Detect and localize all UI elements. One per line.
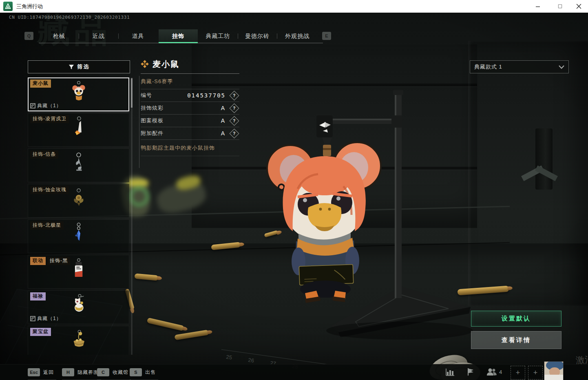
list-item-xintiao[interactable]: 挂饰-信条	[28, 148, 129, 182]
tab-charms[interactable]: 挂饰	[159, 29, 198, 43]
sidebar-scrollbar[interactable]	[131, 77, 133, 355]
item-title-row: 麦小鼠	[141, 57, 239, 71]
list-item-lingxiao-shuwei[interactable]: 挂饰-凌霄戍卫	[28, 113, 129, 147]
h-key-badge: H	[62, 368, 74, 376]
shortcut-hide-ui[interactable]: H 隐藏界面	[62, 367, 99, 377]
crate-chevron-mark	[521, 163, 558, 181]
rarity-ornament-icon	[141, 60, 149, 68]
item-name-label: 挂饰-凌霄戍卫	[30, 115, 69, 123]
help-icon[interactable]: ?	[229, 91, 239, 100]
minimize-button[interactable]	[528, 0, 547, 13]
help-icon[interactable]: ?	[229, 128, 239, 138]
report-button[interactable]	[466, 367, 475, 377]
shortcut-sell[interactable]: S 出售	[130, 367, 156, 377]
filter-icon	[69, 64, 74, 70]
tab-mandel-brick[interactable]: 曼德尔砖	[238, 29, 276, 43]
shortcut-back[interactable]: Esc 返回	[28, 367, 54, 377]
season-label: 典藏-S6赛季	[141, 74, 239, 89]
next-tab-keyhint[interactable]: E	[322, 32, 331, 40]
s-key-badge: S	[130, 368, 142, 376]
charm-thumbnail-black-card	[67, 257, 91, 281]
view-details-button[interactable]: 查看详情	[471, 331, 561, 349]
close-button[interactable]	[569, 0, 588, 13]
collection-icon	[30, 316, 35, 321]
linkage-badge: 联动	[30, 257, 46, 265]
set-default-button[interactable]: 设置默认	[471, 311, 561, 327]
help-icon[interactable]: ?	[229, 116, 239, 126]
tab-appearance-challenge[interactable]: 外观挑战	[277, 29, 317, 43]
bar-chart-icon	[445, 367, 455, 377]
collection-icon	[30, 103, 35, 108]
list-item-hei[interactable]: 联动 挂饰-黑	[28, 255, 129, 289]
detail-row-pattern-template: 图案模板 A ?	[141, 115, 239, 127]
charm-thumbnail-creed	[67, 151, 91, 175]
item-name-label: 聚宝盆	[30, 328, 51, 336]
detail-row-serial: 编号 014537705 ?	[141, 89, 239, 102]
item-name-label: 挂饰-信条	[30, 150, 58, 159]
team-count: 4	[499, 369, 502, 375]
scrollbar-thumb[interactable]	[131, 78, 133, 108]
item-title: 麦小鼠	[153, 59, 179, 70]
item-description: 鸭影鹅踪主题中的麦小鼠挂饰	[141, 140, 239, 156]
tab-collection-workshop[interactable]: 典藏工坊	[199, 29, 237, 43]
list-item-maixiaoshu[interactable]: 麦小鼠 典藏（1）	[28, 77, 129, 111]
serial-number: 014537705	[187, 92, 225, 99]
stats-button[interactable]	[445, 367, 455, 377]
charm-thumbnail-polar-star	[67, 222, 91, 245]
chevron-down-icon	[559, 65, 564, 69]
add-slot-button[interactable]: +	[528, 366, 543, 380]
category-tabbar: Q 枪械 近战 道具 挂饰 典藏工坊 曼德尔砖 外观挑战 E	[0, 29, 367, 43]
charm-thumbnail-treasure-basin	[67, 328, 91, 352]
player-avatar[interactable]	[544, 361, 564, 380]
list-item-shijin-meigui[interactable]: 挂饰-蚀金玫瑰	[28, 184, 129, 218]
game-logo-icon	[3, 2, 13, 11]
list-item-fulu[interactable]: 福禄 典藏（1）	[28, 290, 129, 324]
collection-style-dropdown[interactable]: 典藏款式 1	[470, 60, 569, 73]
list-item-beijixing[interactable]: 挂饰-北极星	[28, 219, 129, 253]
avatar-shirt	[544, 375, 563, 380]
charm-thumbnail-gold-rose	[67, 186, 91, 210]
charm-list: 麦小鼠 典藏（1） 挂饰-凌霄戍卫 挂饰-信条	[28, 77, 129, 355]
item-name-label: 福禄	[30, 292, 46, 300]
c-key-badge: C	[97, 368, 109, 376]
detail-row-charm-finish: 挂饰炫彩 A ?	[141, 102, 239, 115]
charm-thumbnail-rocket	[67, 115, 91, 139]
collection-count-badge: 典藏（1）	[30, 102, 62, 109]
shortcut-collection-hall[interactable]: C 收藏馆	[97, 367, 128, 377]
team-icon	[486, 367, 497, 377]
collection-count-badge: 典藏（1）	[30, 315, 62, 322]
window-title: 三角洲行动	[16, 3, 43, 10]
esc-key-badge: Esc	[28, 368, 40, 376]
window-titlebar: 三角洲行动	[0, 0, 588, 13]
maximize-button[interactable]	[550, 0, 569, 13]
item-detail-panel: 麦小鼠 典藏-S6赛季 编号 014537705 ? 挂饰炫彩 A ? 图案模板…	[141, 57, 239, 156]
item-name-label: 麦小鼠	[30, 80, 51, 88]
item-name-label: 挂饰-蚀金玫瑰	[30, 186, 69, 194]
prev-tab-keyhint[interactable]: Q	[24, 32, 33, 40]
item-name-label: 挂饰-黑	[47, 257, 70, 265]
plus-icon: +	[516, 369, 520, 377]
tab-gadgets[interactable]: 道具	[119, 29, 157, 43]
team-button[interactable]: 4	[486, 367, 502, 377]
add-slot-button[interactable]: +	[511, 366, 525, 380]
app-window: 三角洲行动	[0, 0, 588, 380]
charm-3d-preview	[237, 70, 497, 343]
player-uid: CN UID:187479801962069372130_20260320133…	[9, 15, 130, 20]
item-name-label: 挂饰-北极星	[30, 221, 64, 230]
charm-thumbnail-maixiaoshu	[67, 80, 91, 104]
tab-guns[interactable]: 枪械	[40, 29, 79, 43]
plus-icon: +	[533, 369, 538, 377]
detail-row-extra-accessory: 附加配件 A ?	[141, 127, 239, 140]
flag-icon	[466, 367, 475, 377]
background-canister-cap	[127, 179, 148, 187]
charm-thumbnail-gourd	[67, 293, 91, 316]
bottom-bar: Esc 返回 H 隐藏界面 C 收藏馆 S 出售	[0, 364, 588, 380]
help-icon[interactable]: ?	[229, 103, 239, 113]
list-item-jubaopen[interactable]: 聚宝盆	[28, 326, 129, 355]
tab-melee[interactable]: 近战	[79, 29, 118, 43]
filter-button[interactable]: 筛选	[28, 60, 130, 73]
